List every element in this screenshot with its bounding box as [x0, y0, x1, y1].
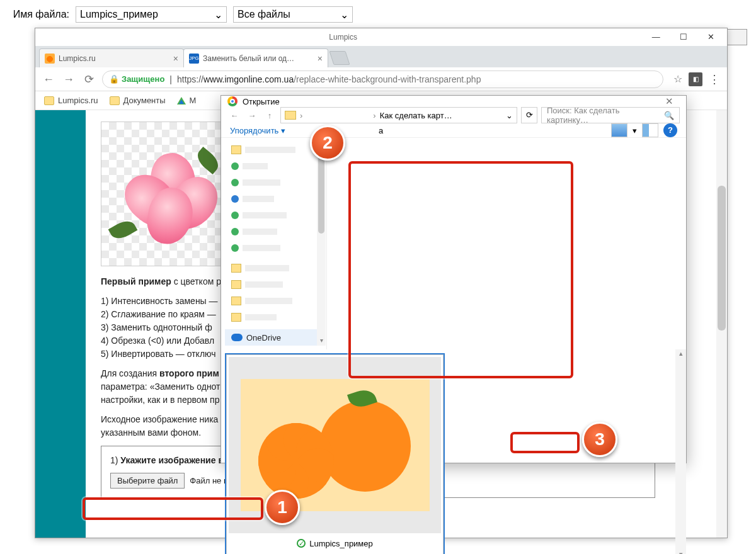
- folder-tree[interactable]: OneDrive ▴ ▾: [221, 138, 327, 349]
- onedrive-icon: [231, 334, 243, 341]
- file-open-dialog: Открытие ✕ ← → ↑ › › Как сделать карт… ⌄…: [220, 95, 687, 463]
- folder-icon: [110, 96, 120, 105]
- folder-icon: [231, 264, 241, 273]
- dialog-toolbar: Упорядочить ▾ а ▾ ?: [221, 123, 686, 138]
- status-dot-icon: [231, 244, 239, 252]
- tree-item[interactable]: [225, 293, 323, 309]
- page-scrollbar[interactable]: [716, 110, 727, 538]
- flower-graphic: [126, 147, 220, 241]
- chevron-down-icon: ▾: [281, 126, 285, 135]
- scroll-down-icon[interactable]: ▾: [675, 550, 686, 554]
- chevron-down-icon[interactable]: ⌄: [214, 9, 222, 21]
- search-placeholder: Поиск: Как сделать картинку…: [547, 106, 660, 125]
- chevron-down-icon[interactable]: ▾: [633, 126, 637, 135]
- chevron-right-icon: ›: [373, 111, 375, 120]
- chevron-down-icon[interactable]: ⌄: [506, 111, 513, 120]
- bookmark-star-icon[interactable]: ☆: [673, 73, 682, 85]
- tree-item[interactable]: [225, 174, 323, 191]
- dialog-close-button[interactable]: ✕: [658, 96, 680, 107]
- tree-item[interactable]: [225, 223, 323, 240]
- bookmark-item[interactable]: Lumpics.ru: [44, 96, 98, 105]
- breadcrumb-folder[interactable]: Как сделать карт…: [380, 111, 452, 120]
- reload-button[interactable]: ⟳: [82, 72, 96, 86]
- folder-icon: [231, 280, 241, 289]
- folder-icon: [44, 96, 54, 105]
- tree-item[interactable]: [225, 207, 323, 223]
- lock-icon: 🔒 Защищено: [109, 74, 164, 84]
- refresh-button[interactable]: ⟳: [521, 107, 537, 123]
- breadcrumb[interactable]: › › Как сделать карт… ⌄: [280, 107, 517, 123]
- scrollbar-thumb[interactable]: [718, 186, 726, 331]
- preview-pane-button[interactable]: [642, 123, 658, 137]
- thumbnail-caption: Lumpics_пример: [229, 533, 441, 553]
- chevron-right-icon: ›: [300, 111, 302, 120]
- folder-icon: [231, 297, 241, 305]
- thumbnail-filename: Lumpics_пример: [309, 539, 373, 548]
- tree-item[interactable]: [225, 240, 323, 256]
- minimize-button[interactable]: —: [643, 30, 668, 44]
- callout-2: 2: [310, 125, 345, 161]
- tab-close-icon[interactable]: ×: [318, 54, 323, 64]
- view-thumbnails-button[interactable]: [611, 123, 627, 137]
- omnibox[interactable]: 🔒 Защищено | https://www.imgonline.com.u…: [102, 71, 663, 88]
- help-button[interactable]: ?: [663, 123, 677, 137]
- folder-icon: [231, 313, 241, 322]
- forward-button[interactable]: →: [62, 72, 76, 86]
- choose-file-button[interactable]: Выберите файл: [110, 473, 185, 489]
- filetype-value: Все файлы: [238, 9, 290, 20]
- filename-input[interactable]: Lumpics_пример ⌄: [76, 6, 227, 23]
- check-icon: [297, 539, 306, 548]
- tree-scrollbar[interactable]: ▴ ▾: [317, 142, 326, 346]
- scroll-down-icon[interactable]: ▾: [317, 337, 326, 346]
- tree-item[interactable]: [225, 309, 323, 325]
- tab-imgonline[interactable]: JPG Заменить белый или од… ×: [183, 48, 328, 67]
- file-list[interactable]: Lumpics_пример ▴ ▾: [221, 349, 686, 554]
- search-input[interactable]: Поиск: Как сделать картинку… 🔍: [541, 107, 680, 123]
- nav-forward-button[interactable]: →: [245, 111, 259, 120]
- nav-up-button[interactable]: ↑: [263, 111, 277, 120]
- nav-back-button[interactable]: ←: [227, 111, 241, 120]
- chevron-down-icon[interactable]: ⌄: [340, 9, 348, 21]
- dialog-nav: ← → ↑ › › Как сделать карт… ⌄ ⟳ Поиск: К…: [221, 107, 686, 123]
- close-button[interactable]: ✕: [698, 30, 723, 44]
- tree-item[interactable]: [225, 276, 323, 293]
- bookmark-item[interactable]: Документы: [110, 96, 166, 105]
- orange-graphic: [241, 379, 430, 511]
- status-dot-icon: [231, 179, 239, 186]
- window-title: Lumpics: [329, 33, 357, 42]
- address-bar: ← → ⟳ 🔒 Защищено | https://www.imgonline…: [35, 67, 727, 91]
- tree-item[interactable]: [225, 142, 323, 158]
- new-tab-button[interactable]: [329, 51, 350, 65]
- extension-icon[interactable]: ◧: [689, 72, 702, 86]
- filename-label: Имя файла:: [9, 9, 69, 20]
- organize-menu[interactable]: Упорядочить ▾: [230, 126, 285, 135]
- file-thumbnail[interactable]: Lumpics_пример: [226, 354, 444, 554]
- status-dot-icon: [231, 212, 239, 219]
- dialog-title: Открытие: [243, 97, 280, 106]
- tab-close-icon[interactable]: ×: [173, 54, 178, 64]
- window-titlebar: Lumpics — ☐ ✕: [35, 28, 727, 46]
- bookmark-item[interactable]: М: [177, 96, 197, 105]
- scrollbar-thumb[interactable]: [318, 152, 324, 234]
- tab-lumpics[interactable]: Lumpics.ru ×: [39, 48, 184, 67]
- maximize-button[interactable]: ☐: [671, 30, 696, 44]
- status-dot-icon: [231, 162, 239, 170]
- callout-3: 3: [582, 422, 617, 457]
- chrome-menu-button[interactable]: ⋮: [709, 72, 721, 86]
- filename-value: Lumpics_пример: [80, 9, 158, 20]
- callout-1: 1: [265, 490, 300, 525]
- scroll-up-icon[interactable]: ▴: [675, 349, 686, 360]
- filetype-select[interactable]: Все файлы ⌄: [233, 6, 353, 23]
- filelist-scrollbar[interactable]: ▴ ▾: [675, 349, 686, 554]
- folder-icon: [231, 145, 241, 154]
- tree-item[interactable]: [225, 158, 323, 174]
- tree-item[interactable]: [225, 260, 323, 276]
- favicon-icon: JPG: [189, 54, 199, 64]
- new-folder-label-fragment: а: [379, 126, 383, 135]
- back-button[interactable]: ←: [42, 72, 55, 86]
- tree-item-onedrive[interactable]: OneDrive: [225, 329, 323, 346]
- google-drive-icon: [177, 97, 186, 105]
- tree-item[interactable]: [225, 191, 323, 207]
- dropbox-icon: [231, 195, 239, 203]
- chrome-icon: [227, 96, 238, 106]
